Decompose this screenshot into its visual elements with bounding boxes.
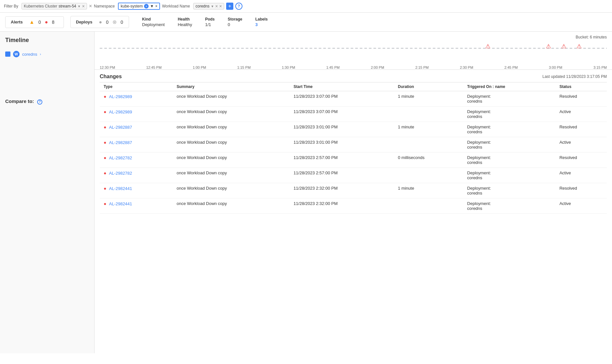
summary-cell: once Workload Down copy	[173, 198, 290, 214]
alert-icon-4[interactable]: ⚠	[576, 43, 582, 50]
pods-label: Pods	[205, 17, 214, 22]
type-cell: ●AL-2982989	[100, 91, 173, 107]
alert-icon-1[interactable]: ⚠	[485, 43, 490, 50]
deploy-circle-icon: ●	[99, 19, 102, 25]
alert-link[interactable]: AL-2982441	[109, 201, 132, 206]
help-button[interactable]: ?	[235, 3, 242, 10]
sidebar: Timeline W coredns › Compare to: ?	[0, 32, 95, 353]
time-tick-8: 2:30 PM	[460, 66, 473, 69]
main-content: Timeline W coredns › Compare to: ? Bucke…	[0, 32, 612, 353]
workload-info: Kind Deployment Health Healthy Pods 1/1 …	[142, 17, 607, 27]
dashed-timeline-line	[100, 48, 607, 49]
alert-link[interactable]: AL-2982989	[109, 109, 132, 114]
add-filter-button[interactable]: +	[226, 3, 233, 10]
changes-table: Type Summary Start Time Duration Trigger…	[100, 82, 607, 214]
time-tick-0: 12:30 PM	[100, 66, 115, 69]
summary-bar: Alerts ▲ 0 ● 8 Deploys ● 0 ⊗ 0 Kind Depl…	[0, 13, 612, 32]
alert-icon-2[interactable]: ⚠	[546, 43, 551, 50]
status-cell: Active	[556, 137, 607, 153]
workload-name-label: Workload Name	[162, 4, 190, 8]
sidebar-item-label: coredns	[22, 52, 37, 57]
labels-info: Labels 3	[255, 17, 268, 27]
triggered-on-cell: Deployment: coredns	[463, 198, 556, 214]
start-time-cell: 11/28/2023 2:57:00 PM	[290, 168, 394, 183]
error-dot-icon: ●	[104, 140, 106, 145]
duration-cell: 1 minute	[394, 122, 463, 137]
time-tick-1: 12:45 PM	[146, 66, 162, 69]
col-status: Status	[556, 82, 607, 91]
col-duration: Duration	[394, 82, 463, 91]
start-time-cell: 11/28/2023 3:01:00 PM	[290, 137, 394, 153]
workload-remove-icon[interactable]: ×	[219, 4, 222, 8]
kind-label: Kind	[142, 17, 165, 22]
chart-area: Bucket: 6 minutes ⚠ ⚠ ⚠ ⚠ 12:30 PM 12:45…	[95, 32, 612, 70]
alert-link[interactable]: AL-2982441	[109, 186, 132, 191]
alert-icon-3[interactable]: ⚠	[561, 43, 566, 50]
health-label: Health	[178, 17, 192, 22]
sidebar-title: Timeline	[5, 37, 89, 44]
alert-link[interactable]: AL-2982989	[109, 94, 132, 99]
warn-icon: ▲	[29, 19, 35, 25]
labels-label: Labels	[255, 17, 268, 22]
alerts-warn-count: 0	[38, 20, 41, 25]
cluster-remove-icon[interactable]: ×	[89, 3, 92, 9]
namespace-close-icon[interactable]: ×	[155, 4, 157, 8]
storage-value: 0	[228, 22, 242, 27]
pods-info: Pods 1/1	[205, 17, 214, 27]
alert-link[interactable]: AL-2982887	[109, 140, 132, 145]
time-tick-6: 2:00 PM	[371, 66, 384, 69]
workload-filter-value: coredns	[196, 4, 210, 8]
summary-cell: once Workload Down copy	[173, 122, 290, 137]
alert-link[interactable]: AL-2982782	[109, 171, 132, 176]
namespace-dropdown-icon[interactable]: ▼	[150, 4, 154, 8]
changes-table-header: Type Summary Start Time Duration Trigger…	[100, 82, 607, 91]
filter-chip-workload: coredns ▼ × ×	[193, 3, 224, 9]
duration-cell: 1 minute	[394, 91, 463, 107]
workload-dropdown-icon[interactable]: ▼	[211, 5, 214, 8]
triggered-on-cell: Deployment: coredns	[463, 122, 556, 137]
changes-header: Changes Last updated 11/28/2023 3:17:05 …	[100, 70, 607, 82]
cluster-dropdown-icon[interactable]: ▼	[78, 5, 81, 8]
start-time-cell: 11/28/2023 3:01:00 PM	[290, 122, 394, 137]
table-row: ●AL-2982441once Workload Down copy11/28/…	[100, 183, 607, 198]
health-value: Healthy	[178, 22, 192, 27]
storage-label: Storage	[228, 17, 242, 22]
triggered-on-cell: Deployment: coredns	[463, 91, 556, 107]
pods-value: 1/1	[205, 22, 214, 27]
time-tick-9: 2:45 PM	[504, 66, 518, 69]
table-row: ●AL-2982887once Workload Down copy11/28/…	[100, 137, 607, 153]
status-cell: Active	[556, 198, 607, 214]
type-cell: ●AL-2982887	[100, 137, 173, 153]
time-tick-7: 2:15 PM	[415, 66, 429, 69]
cluster-close-icon[interactable]: ×	[82, 4, 85, 8]
workload-close-icon[interactable]: ×	[215, 4, 218, 8]
time-tick-4: 1:30 PM	[282, 66, 295, 69]
alert-link[interactable]: AL-2982887	[109, 125, 132, 130]
table-row: ●AL-2982989once Workload Down copy11/28/…	[100, 91, 607, 107]
compare-help-icon[interactable]: ?	[37, 99, 42, 105]
kind-info: Kind Deployment	[142, 17, 165, 27]
cluster-filter-value: stream-54	[59, 4, 76, 8]
col-triggered-on: Triggered On : name	[463, 82, 556, 91]
namespace-clear-icon[interactable]: ×	[144, 4, 149, 8]
alert-link[interactable]: AL-2982782	[109, 155, 132, 160]
workload-w-icon: W	[13, 51, 20, 57]
summary-cell: once Workload Down copy	[173, 183, 290, 198]
right-panel: Bucket: 6 minutes ⚠ ⚠ ⚠ ⚠ 12:30 PM 12:45…	[95, 32, 612, 353]
filter-by-label: Filter By	[4, 4, 18, 8]
error-dot-icon: ●	[104, 124, 106, 130]
sidebar-item-coredns[interactable]: W coredns ›	[5, 49, 89, 59]
col-start-time: Start Time	[290, 82, 394, 91]
kind-value: Deployment	[142, 22, 165, 27]
duration-cell	[394, 137, 463, 153]
labels-value: 3	[255, 22, 268, 27]
type-cell: ●AL-2982782	[100, 153, 173, 168]
error-icon: ●	[45, 19, 48, 25]
last-updated: Last updated 11/28/2023 3:17:05 PM	[543, 74, 607, 79]
status-cell: Resolved	[556, 122, 607, 137]
status-cell: Resolved	[556, 183, 607, 198]
error-dot-icon: ●	[104, 109, 106, 114]
time-tick-3: 1:15 PM	[237, 66, 251, 69]
deploys-title: Deploys	[76, 20, 93, 24]
triggered-on-cell: Deployment: coredns	[463, 168, 556, 183]
